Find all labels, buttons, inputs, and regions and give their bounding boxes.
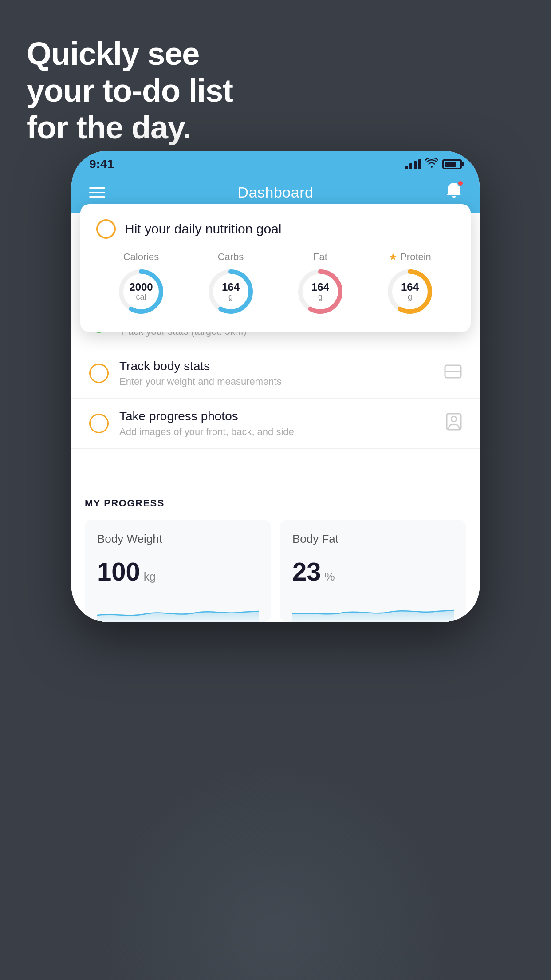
todo-subtitle-photos: Add images of your front, back, and side xyxy=(119,426,435,438)
protein-label: ★ Protein xyxy=(389,251,431,263)
wifi-icon xyxy=(425,158,438,170)
battery-icon xyxy=(442,159,462,169)
calories-value: 2000 xyxy=(129,281,153,293)
scale-icon xyxy=(444,364,462,383)
body-weight-value-row: 100 kg xyxy=(97,557,259,586)
todo-status-body-stats xyxy=(89,364,109,383)
status-bar: 9:41 xyxy=(71,151,480,175)
svg-point-12 xyxy=(451,416,457,422)
spacer xyxy=(71,449,480,484)
nutrition-card-title: Hit your daily nutrition goal xyxy=(125,221,282,237)
calories-donut: 2000 cal xyxy=(117,267,165,316)
todo-subtitle-body-stats: Enter your weight and measurements xyxy=(119,376,433,387)
body-weight-value: 100 xyxy=(97,557,140,586)
body-fat-chart xyxy=(292,595,454,622)
nutrition-stat-calories: Calories 2000 cal xyxy=(117,251,165,316)
hero-text: Quickly see your to-do list for the day. xyxy=(27,36,233,146)
nutrition-card[interactable]: Hit your daily nutrition goal Calories xyxy=(80,204,471,332)
fat-label: Fat xyxy=(313,251,327,263)
menu-icon[interactable] xyxy=(89,187,105,198)
fat-value: 164 xyxy=(311,281,329,293)
bell-icon xyxy=(446,185,462,202)
body-weight-unit: kg xyxy=(144,570,156,584)
body-fat-card[interactable]: Body Fat 23 % xyxy=(280,520,466,622)
phone: 9:41 xyxy=(71,151,480,622)
phone-wrapper: 9:41 xyxy=(71,151,480,622)
app-content: THINGS TO DO TODAY Hit your daily nutrit… xyxy=(71,213,480,622)
todo-circle-nutrition xyxy=(96,219,116,239)
star-icon: ★ xyxy=(389,251,398,263)
todo-text-photos: Take progress photos Add images of your … xyxy=(119,409,435,438)
todo-title-body-stats: Track body stats xyxy=(119,359,433,373)
carbs-value: 164 xyxy=(222,281,240,293)
body-weight-title: Body Weight xyxy=(97,532,259,546)
body-fat-value: 23 xyxy=(292,557,321,586)
todo-text-body-stats: Track body stats Enter your weight and m… xyxy=(119,359,433,387)
nutrition-stats: Calories 2000 cal xyxy=(96,251,455,316)
todo-item-photos[interactable]: Take progress photos Add images of your … xyxy=(71,399,480,449)
hero-line2: your to-do list xyxy=(27,72,233,109)
todo-title-photos: Take progress photos xyxy=(119,409,435,423)
protein-donut: 164 g xyxy=(386,267,434,316)
fat-donut: 164 g xyxy=(296,267,345,316)
body-fat-unit: % xyxy=(325,570,335,584)
body-fat-title: Body Fat xyxy=(292,532,454,546)
body-weight-card[interactable]: Body Weight 100 kg xyxy=(85,520,271,622)
body-fat-value-row: 23 % xyxy=(292,557,454,586)
nutrition-stat-fat: Fat 164 g xyxy=(296,251,345,316)
hero-line1: Quickly see xyxy=(27,36,233,72)
progress-header: MY PROGRESS xyxy=(85,498,466,509)
person-icon xyxy=(446,413,462,435)
notification-button[interactable] xyxy=(446,182,462,202)
calories-unit: cal xyxy=(136,292,146,301)
body-weight-chart xyxy=(97,595,259,622)
signal-icon xyxy=(405,159,421,169)
calories-label: Calories xyxy=(123,251,159,263)
notification-badge xyxy=(457,180,464,186)
progress-section: MY PROGRESS Body Weight 100 kg xyxy=(71,484,480,622)
todo-status-photos xyxy=(89,414,109,433)
carbs-label: Carbs xyxy=(218,251,244,263)
status-time: 9:41 xyxy=(89,157,114,171)
header-title: Dashboard xyxy=(238,184,314,201)
fat-unit: g xyxy=(318,292,323,301)
todo-item-body-stats[interactable]: Track body stats Enter your weight and m… xyxy=(71,348,480,399)
nutrition-stat-carbs: Carbs 164 g xyxy=(206,251,255,316)
progress-cards: Body Weight 100 kg xyxy=(85,520,466,622)
protein-value: 164 xyxy=(401,281,419,293)
status-icons xyxy=(405,158,462,170)
nutrition-card-header: Hit your daily nutrition goal xyxy=(96,219,455,239)
hero-line3: for the day. xyxy=(27,109,233,146)
nutrition-stat-protein: ★ Protein 164 g xyxy=(386,251,434,316)
protein-unit: g xyxy=(408,292,412,301)
carbs-donut: 164 g xyxy=(206,267,255,316)
carbs-unit: g xyxy=(228,292,233,301)
